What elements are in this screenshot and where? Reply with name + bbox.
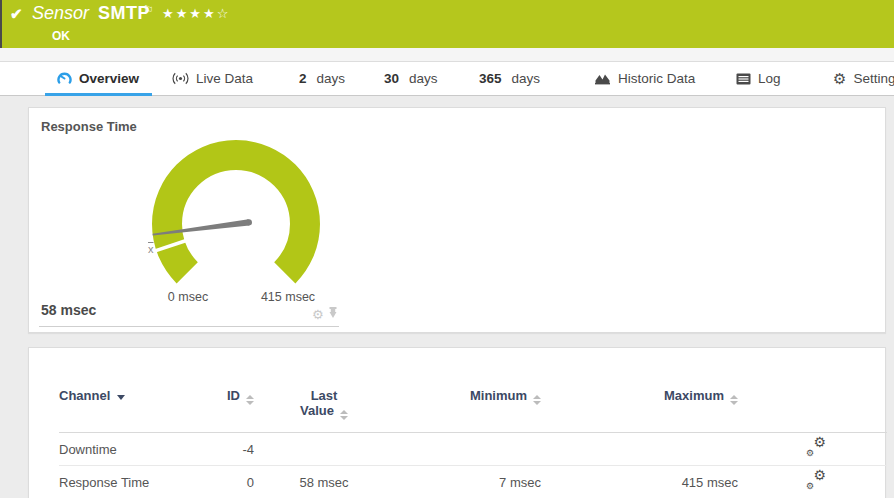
live-data-icon	[172, 72, 189, 85]
gauge-arc	[167, 155, 305, 273]
tab-2-days-number: 2	[299, 71, 307, 86]
status-badge: OK	[52, 29, 70, 43]
response-time-gauge-card: Response Time x 0 msec 415 msec 58 msec …	[28, 107, 886, 333]
gauge-title: Response Time	[41, 119, 137, 134]
tab-2-days[interactable]: 2 days	[299, 62, 345, 95]
column-header-minimum[interactable]: Minimum	[384, 380, 569, 433]
sort-carets-icon	[246, 395, 254, 405]
tab-overview[interactable]: Overview	[57, 62, 139, 95]
sensor-header: ✔ SensorSMTP ⚐ ★★★★☆ OK	[0, 0, 894, 48]
sensor-type-label: Sensor	[32, 3, 89, 23]
tab-overview-label: Overview	[79, 71, 139, 86]
column-header-actions	[764, 380, 887, 433]
cell-channel: Response Time	[59, 466, 214, 498]
cell-last-value: 58 msec	[264, 466, 384, 498]
tab-365-days[interactable]: 365 days	[479, 62, 540, 95]
column-header-value-label: Value	[300, 403, 334, 418]
sort-carets-icon	[340, 410, 348, 420]
star-empty[interactable]: ☆	[217, 6, 231, 21]
tab-log-label: Log	[758, 71, 781, 86]
sort-carets-icon	[730, 395, 738, 405]
priority-flag-icon[interactable]: ⚐	[143, 3, 154, 17]
tab-365-days-label: days	[512, 71, 541, 86]
table-row: Response Time 0 58 msec 7 msec 415 msec …	[59, 466, 887, 498]
tab-settings-label: Settings	[853, 71, 894, 86]
gauge-average-marker-label: x	[148, 243, 154, 255]
sort-desc-caret-icon	[117, 395, 125, 400]
gauge-panel-divider	[39, 326, 339, 327]
tab-365-days-number: 365	[479, 71, 502, 86]
priority-star-rating[interactable]: ★★★★☆	[162, 6, 230, 21]
channel-table: Channel ID Last Value Minimum Maximum	[59, 380, 887, 498]
tab-live-data[interactable]: Live Data	[172, 62, 253, 95]
active-tab-underline	[45, 93, 152, 96]
channel-table-card: Channel ID Last Value Minimum Maximum	[28, 347, 886, 498]
tab-historic-data-label: Historic Data	[618, 71, 695, 86]
column-header-channel[interactable]: Channel	[59, 380, 214, 433]
table-row: Downtime -4 ⚙⚙	[59, 433, 887, 466]
gauge-pin-icon[interactable]	[328, 305, 338, 323]
cell-minimum	[384, 433, 569, 466]
tab-settings[interactable]: ⚙ Settings	[833, 62, 894, 95]
tab-30-days-label: days	[409, 71, 438, 86]
cell-channel: Downtime	[59, 433, 214, 466]
response-time-gauge	[146, 136, 326, 288]
toolbar-strip	[0, 48, 894, 62]
gauge-mini-toolbar: ⚙	[312, 305, 338, 323]
column-header-last-value[interactable]: Last Value	[264, 380, 384, 433]
tab-2-days-label: days	[317, 71, 346, 86]
column-header-maximum[interactable]: Maximum	[569, 380, 764, 433]
sort-carets-icon	[533, 395, 541, 405]
page-title: SensorSMTP	[32, 3, 150, 24]
cell-maximum	[569, 433, 764, 466]
log-list-icon	[736, 73, 751, 85]
gauge-icon	[57, 71, 72, 86]
table-header-row: Channel ID Last Value Minimum Maximum	[59, 380, 887, 433]
cell-id: 0	[214, 466, 264, 498]
column-header-minimum-label: Minimum	[470, 388, 527, 403]
tab-30-days[interactable]: 30 days	[384, 62, 438, 95]
column-header-id[interactable]: ID	[214, 380, 264, 433]
column-header-id-label: ID	[227, 388, 240, 403]
gauge-current-value: 58 msec	[41, 302, 96, 318]
tab-log[interactable]: Log	[736, 62, 781, 95]
status-ok-check-icon: ✔	[10, 5, 23, 23]
tab-live-data-label: Live Data	[196, 71, 253, 86]
historic-chart-icon	[594, 72, 611, 85]
gauge-scale-max: 415 msec	[248, 290, 328, 304]
cell-id: -4	[214, 433, 264, 466]
stars-filled[interactable]: ★★★★	[162, 6, 217, 21]
channel-settings-gears-icon[interactable]: ⚙⚙	[805, 471, 827, 490]
cell-maximum: 415 msec	[569, 466, 764, 498]
cell-last-value	[264, 433, 384, 466]
column-header-maximum-label: Maximum	[664, 388, 724, 403]
tab-historic-data[interactable]: Historic Data	[594, 62, 695, 95]
column-header-last-label: Last	[264, 388, 384, 403]
gauge-scale-min: 0 msec	[148, 290, 228, 304]
channel-settings-gears-icon[interactable]: ⚙⚙	[805, 438, 827, 457]
tab-30-days-number: 30	[384, 71, 399, 86]
tab-bar: Overview Live Data 2 days 30 days 365 da…	[0, 62, 894, 96]
gauge-settings-gear-icon[interactable]: ⚙	[312, 308, 324, 321]
column-header-channel-label: Channel	[59, 388, 110, 403]
settings-gear-icon: ⚙	[833, 71, 846, 86]
cell-minimum: 7 msec	[384, 466, 569, 498]
